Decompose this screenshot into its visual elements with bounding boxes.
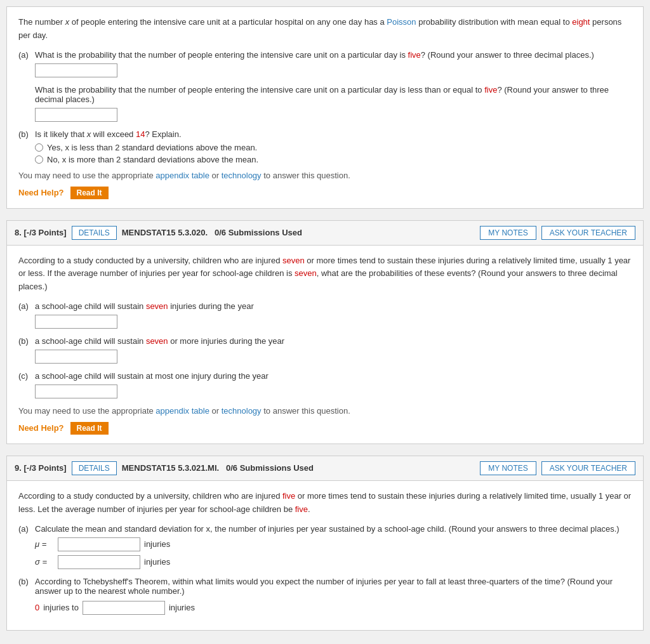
top-radio-no-input[interactable] [35, 155, 43, 164]
q8-appendix-note: You may need to use the appropriate appe… [18, 406, 632, 416]
q9-num: 9. [15, 463, 22, 473]
q9-mu-label: μ = [35, 539, 54, 549]
q8-part-a: (a) a school-age child will sustain seve… [18, 301, 632, 329]
top-radio-no-label: No, x is more than 2 standard deviations… [47, 155, 258, 164]
q8-my-notes-button[interactable]: MY NOTES [480, 226, 536, 240]
q8-num: 8. [15, 228, 22, 237]
top-need-help-row: Need Help? Read It [18, 187, 632, 199]
q9-points: [-/3 Points] [23, 463, 66, 473]
q9-part-a-letter: (a) [18, 524, 31, 534]
q9-code-text: MENDSTAT15 5.3.021.MI. [122, 463, 219, 473]
q8-body-text: According to a study conducted by a univ… [18, 254, 632, 294]
q8-part-c-text: a school-age child will sustain at most … [35, 371, 269, 381]
q8-part-c-input[interactable] [35, 384, 117, 398]
top-part-b: (b) Is it likely that x will exceed 14? … [18, 129, 632, 164]
q9-my-notes-button[interactable]: MY NOTES [480, 461, 536, 475]
top-radio-no[interactable]: No, x is more than 2 standard deviations… [35, 155, 632, 164]
top-radio-yes[interactable]: Yes, x is less than 2 standard deviation… [35, 143, 632, 152]
q8-details-button[interactable]: DETAILS [72, 226, 117, 240]
question-9-header: 9. [-/3 Points] DETAILS MENDSTAT15 5.3.0… [7, 456, 643, 481]
q8-need-help-row: Need Help? Read It [18, 422, 632, 435]
q8-part-c-letter: (c) [18, 371, 31, 381]
top-part-a: (a) What is the probability that the num… [18, 50, 632, 122]
top-section: The number x of people entering the inte… [6, 6, 644, 209]
q9-part-a: (a) Calculate the mean and standard devi… [18, 524, 632, 569]
q9-ask-teacher-button[interactable]: ASK YOUR TEACHER [541, 461, 635, 475]
q9-part-b-text: According to Tchebysheff's Theorem, with… [35, 577, 632, 596]
top-appendix-note: You may need to use the appropriate appe… [18, 171, 632, 180]
top-part-a-label: (a) What is the probability that the num… [18, 50, 632, 60]
top-five-1: five [408, 50, 421, 60]
top-five-2: five [484, 85, 497, 95]
q8-part-b-label: (b) a school-age child will sustain seve… [18, 336, 632, 346]
top-part-a-q1: What is the probability that the number … [35, 50, 594, 60]
q9-five-1: five [282, 491, 295, 501]
q8-number: 8. [-/3 Points] [15, 228, 67, 237]
q9-submissions: 0/6 Submissions Used [226, 463, 314, 473]
top-appendix-link[interactable]: appendix table [156, 171, 209, 180]
q8-ask-teacher-button[interactable]: ASK YOUR TEACHER [541, 226, 635, 240]
q9-mu-row: μ = injuries [35, 537, 632, 551]
q9-sigma-label: σ = [35, 557, 54, 567]
top-radio-yes-label: Yes, x is less than 2 standard deviation… [47, 143, 257, 152]
q8-part-a-seven: seven [146, 301, 168, 311]
q9-five-2: five [295, 504, 308, 514]
question-9-body: According to a study conducted by a univ… [7, 481, 643, 630]
top-part-a-q2: What is the probability that the number … [35, 85, 632, 104]
top-answer-input-1[interactable] [35, 63, 117, 77]
q8-code: MENDSTAT15 5.3.020. 0/6 Submissions Used [122, 228, 475, 237]
q8-need-help-label: Need Help? [18, 423, 64, 433]
q9-part-a-text: Calculate the mean and standard deviatio… [35, 524, 620, 534]
q9-upper-limit-input[interactable] [83, 601, 165, 615]
top-fourteen: 14 [136, 129, 145, 139]
q8-part-a-input[interactable] [35, 315, 117, 329]
q9-body-text: According to a study conducted by a univ… [18, 490, 632, 516]
q8-seven-1: seven [282, 256, 305, 265]
q9-number: 9. [-/3 Points] [15, 463, 67, 473]
question-8-block: 8. [-/3 Points] DETAILS MENDSTAT15 5.3.0… [6, 220, 644, 444]
q8-read-it-button[interactable]: Read It [70, 422, 109, 435]
q9-mu-input[interactable] [58, 537, 140, 551]
top-answer-input-2[interactable] [35, 108, 117, 122]
top-intro-text: The number x of people entering the inte… [18, 16, 632, 43]
q9-part-b-letter: (b) [18, 577, 31, 586]
q9-sigma-input[interactable] [58, 555, 140, 569]
q9-sigma-injuries: injuries [144, 557, 170, 567]
q9-part-b: (b) According to Tchebysheff's Theorem, … [18, 577, 632, 615]
top-part-b-label: (b) Is it likely that x will exceed 14? … [18, 129, 632, 139]
q8-part-b-text: a school-age child will sustain seven or… [35, 336, 284, 346]
top-radio-group: Yes, x is less than 2 standard deviation… [35, 143, 632, 164]
q9-zero-label: 0 [35, 603, 39, 612]
top-need-help-label: Need Help? [18, 188, 64, 197]
q8-part-c-label: (c) a school-age child will sustain at m… [18, 371, 632, 381]
q8-technology-link[interactable]: technology [222, 406, 262, 416]
q8-submissions: 0/6 Submissions Used [215, 228, 302, 237]
q8-part-a-label: (a) a school-age child will sustain seve… [18, 301, 632, 311]
question-8-body: According to a study conducted by a univ… [7, 246, 643, 444]
q8-header-right: MY NOTES ASK YOUR TEACHER [480, 226, 635, 240]
top-read-it-button[interactable]: Read It [70, 187, 109, 199]
q9-range-row: 0 injuries to injuries [35, 601, 632, 615]
q9-part-b-label: (b) According to Tchebysheff's Theorem, … [18, 577, 632, 596]
q9-code: MENDSTAT15 5.3.021.MI. 0/6 Submissions U… [122, 463, 475, 473]
q9-part-a-label: (a) Calculate the mean and standard devi… [18, 524, 632, 534]
top-part-a-q2-wrap: What is the probability that the number … [35, 85, 632, 104]
top-radio-yes-input[interactable] [35, 143, 43, 152]
q9-injuries-to: injuries to [43, 603, 79, 612]
q9-mu-injuries: injuries [144, 539, 170, 549]
top-technology-link[interactable]: technology [222, 171, 262, 180]
top-part-a-letter: (a) [18, 50, 31, 60]
question-9-block: 9. [-/3 Points] DETAILS MENDSTAT15 5.3.0… [6, 456, 644, 631]
top-part-b-question: Is it likely that x will exceed 14? Expl… [35, 129, 182, 139]
q8-part-b-input[interactable] [35, 350, 117, 364]
q8-appendix-link[interactable]: appendix table [156, 406, 209, 416]
top-highlight-eight: eight [572, 17, 590, 27]
q9-details-button[interactable]: DETAILS [72, 461, 117, 475]
q8-part-c: (c) a school-age child will sustain at m… [18, 371, 632, 398]
question-8-header: 8. [-/3 Points] DETAILS MENDSTAT15 5.3.0… [7, 221, 643, 246]
q9-sigma-row: σ = injuries [35, 555, 632, 569]
q9-injuries-end: injuries [169, 603, 195, 612]
top-intro-end: persons per day. [18, 17, 621, 40]
q8-part-a-letter: (a) [18, 301, 31, 311]
top-part-b-letter: (b) [18, 129, 31, 139]
